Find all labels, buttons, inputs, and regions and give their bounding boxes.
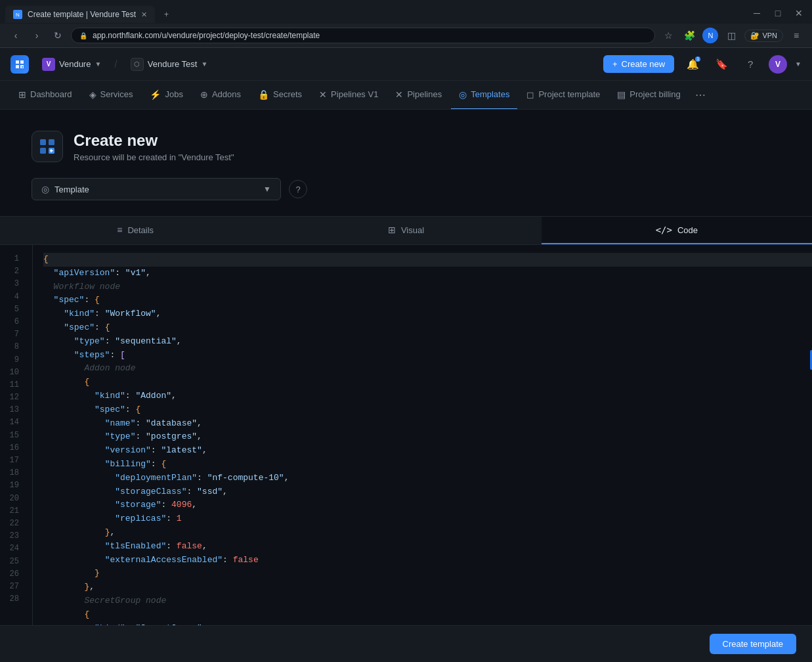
code-line-addon-comment: Addon node [43,362,812,376]
secrets-icon: 🔒 [258,89,269,100]
menu-icon[interactable]: ≡ [788,28,804,43]
template-dropdown-chevron: ▼ [263,185,271,194]
extensions-icon[interactable]: 🧩 [681,28,697,43]
line-num-10: 10 [0,366,22,379]
code-line-18: "replicas": 1 [43,512,812,526]
tab-dashboard-label: Dashboard [30,89,72,99]
template-dropdown[interactable]: ◎ Template ▼ [32,178,281,200]
line-num-24: 24 [0,542,22,555]
svg-rect-0 [22,66,23,68]
code-line-10: "spec": { [43,403,812,417]
page-header-text: Create new Resource will be created in "… [74,131,234,162]
tab-project-billing-label: Project billing [630,89,680,99]
tab-project-billing[interactable]: ▤ Project billing [609,81,688,110]
close-btn[interactable]: ✕ [791,5,807,21]
bottom-bar: Create template [0,625,812,662]
code-line-19: }, [43,526,812,540]
tab-addons[interactable]: ⊕ Addons [192,81,249,110]
tab-templates[interactable]: ◎ Templates [451,81,517,110]
details-icon: ≡ [117,225,122,235]
tab-secrets-label: Secrets [273,89,302,99]
code-line-9: "kind": "Addon", [43,389,812,403]
tab-services[interactable]: ◈ Services [81,81,141,110]
page-header-icon [32,131,63,162]
code-icon: </> [656,225,672,235]
line-num-25: 25 [0,556,22,568]
address-bar[interactable]: 🔒 app.northflank.com/u/vendure/project/d… [71,28,655,43]
profile-icon[interactable]: N [702,28,718,43]
browser-nav-bar: ‹ › ↻ 🔒 app.northflank.com/u/vendure/pro… [0,24,812,47]
editor-tab-code[interactable]: </> Code [542,217,812,244]
create-new-label: Create new [622,59,665,69]
code-line-22: } [43,567,812,581]
nav-tabs-more[interactable]: ⋯ [690,89,711,101]
tab-pipelines[interactable]: ✕ Pipelines [387,81,450,110]
vpn-label: VPN [762,32,777,39]
code-line-5: "spec": { [43,321,812,335]
browser-chrome: N Create template | Vendure Test ✕ + ─ □… [0,0,812,48]
new-tab-button[interactable]: + [158,7,175,22]
code-line-17: "storage": 4096, [43,498,812,512]
line-num-3: 3 [0,278,22,290]
line-num-13: 13 [0,404,22,416]
create-new-button[interactable]: + Create new [603,55,674,73]
project-billing-icon: ▤ [617,89,626,100]
avatar[interactable]: V [769,55,787,74]
tab-pipelines-v1[interactable]: ✕ Pipelines V1 [311,81,386,110]
tab-secrets[interactable]: 🔒 Secrets [250,81,310,110]
help-icon-button[interactable]: ? [289,180,307,198]
project-chevron-icon: ▼ [201,60,207,68]
browser-actions: ☆ 🧩 N ◫ 🔐 VPN ≡ [660,28,804,43]
svg-rect-3 [40,148,46,154]
close-tab-icon[interactable]: ✕ [141,11,147,19]
tab-jobs[interactable]: ⚡ Jobs [142,81,190,110]
maximize-btn[interactable]: □ [770,5,786,21]
refresh-button[interactable]: ↻ [50,28,66,43]
line-num-5: 5 [0,303,22,316]
bookmark-icon[interactable]: ☆ [660,28,676,43]
create-template-button[interactable]: Create template [710,634,797,654]
line-num-11: 11 [0,379,22,391]
template-selector-row: ◎ Template ▼ ? [0,178,812,216]
code-line-1: { [43,253,812,267]
sidebar-icon[interactable]: ◫ [723,28,739,43]
forward-button[interactable]: › [29,28,45,43]
code-line-16: "storageClass": "ssd", [43,485,812,499]
tab-pipelines-v1-label: Pipelines V1 [331,89,378,99]
help-button[interactable]: ? [740,54,761,75]
page-subtitle: Resource will be created in "Vendure Tes… [74,152,234,162]
line-num-1: 1 [0,253,22,265]
pipelines-icon: ✕ [395,89,403,100]
line-num-17: 17 [0,454,22,467]
notifications-button[interactable]: 🔔 1 [682,54,703,75]
code-content[interactable]: { "apiVersion": "v1", Workflow node "spe… [33,245,812,662]
bookmarks-button[interactable]: 🔖 [711,54,732,75]
org-switcher[interactable]: V Vendure ▼ [37,55,106,74]
page-header: Create new Resource will be created in "… [0,110,812,178]
editor-tab-visual[interactable]: ⊞ Visual [270,217,541,244]
line-num-9: 9 [0,354,22,366]
project-switcher[interactable]: ⬡ Vendure Test ▼ [125,55,213,74]
line-num-15: 15 [0,430,22,442]
active-tab[interactable]: N Create template | Vendure Test ✕ [5,6,155,23]
minimize-btn[interactable]: ─ [749,5,765,21]
back-button[interactable]: ‹ [8,28,24,43]
line-num-22: 22 [0,518,22,530]
org-chevron-icon: ▼ [95,60,101,68]
project-icon: ⬡ [131,58,144,71]
jobs-icon: ⚡ [150,89,161,100]
tab-project-template[interactable]: ◻ Project template [519,81,608,110]
line-numbers: 1 2 3 4 5 6 7 8 9 10 11 12 13 14 15 16 1… [0,245,33,662]
create-new-plus-icon: + [612,59,618,69]
line-num-12: 12 [0,391,22,404]
tab-favicon: N [13,10,22,19]
vpn-badge[interactable]: 🔐 VPN [744,30,783,42]
editor-tab-details[interactable]: ≡ Details [0,217,270,244]
line-num-6: 6 [0,316,22,328]
tab-title: Create template | Vendure Test [28,10,136,19]
vpn-icon: 🔐 [750,32,759,40]
tab-jobs-label: Jobs [165,89,182,99]
tab-dashboard[interactable]: ⊞ Dashboard [11,81,80,110]
line-num-4: 4 [0,291,22,303]
line-num-28: 28 [0,593,22,606]
